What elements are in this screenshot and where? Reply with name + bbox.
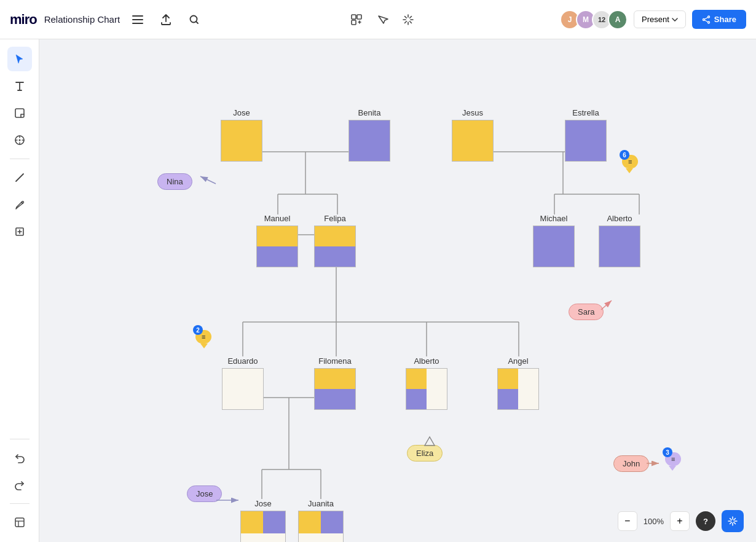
redo-button[interactable] <box>7 473 32 497</box>
sidebar-divider-1 <box>10 159 30 159</box>
zoom-in-button[interactable]: + <box>670 511 690 531</box>
undo-button[interactable] <box>7 446 32 470</box>
svg-rect-1 <box>132 19 143 20</box>
speech-bubble-6[interactable]: 6 ≡ <box>622 155 638 168</box>
speech-bubble-2[interactable]: 2 ≡ <box>195 330 211 344</box>
canvas[interactable]: Jose Benita Jesus Estrella <box>39 39 756 542</box>
person-jose3[interactable]: Jose <box>240 499 286 542</box>
person-box-alberto2 <box>406 368 447 410</box>
svg-rect-4 <box>352 15 356 19</box>
grid-tool-button[interactable] <box>345 8 368 31</box>
svg-point-8 <box>707 22 709 23</box>
person-box-manuel <box>256 226 298 267</box>
select-tool-button[interactable] <box>7 47 32 71</box>
menu-button[interactable] <box>127 9 148 30</box>
person-michael[interactable]: Michael <box>533 214 575 267</box>
sticky-note-tool-button[interactable] <box>7 101 32 125</box>
person-name-jose3: Jose <box>254 499 271 508</box>
svg-rect-14 <box>15 518 24 527</box>
header-center-tools <box>345 8 420 31</box>
person-name-eduardo: Eduardo <box>227 356 258 366</box>
person-alberto1[interactable]: Alberto <box>599 214 640 267</box>
text-tool-button[interactable] <box>7 74 32 98</box>
jose-bubble-label: Jose <box>187 485 222 502</box>
person-benita[interactable]: Benita <box>348 108 390 162</box>
bubble-icon-1: ≡ <box>628 158 632 165</box>
header-left: miro Relationship Chart <box>10 9 205 30</box>
share-label: Share <box>714 15 736 24</box>
person-box-estrella <box>565 120 607 162</box>
miro-logo: miro <box>10 12 37 28</box>
panel-tool-button[interactable] <box>7 510 32 535</box>
left-sidebar <box>0 39 39 542</box>
person-eduardo[interactable]: Eduardo <box>222 356 264 410</box>
pen-tool-button[interactable] <box>7 192 32 217</box>
person-angel[interactable]: Angel <box>497 356 539 410</box>
svg-rect-6 <box>352 20 356 25</box>
person-name-filomena: Filomena <box>318 356 351 366</box>
line-tool-button[interactable] <box>7 165 32 190</box>
bubble-count-3: 3 <box>663 447 672 457</box>
person-name-angel: Angel <box>508 356 528 366</box>
person-box-filomena <box>314 368 356 410</box>
present-label: Present <box>642 15 669 24</box>
avatar-group: J M 12 A <box>560 10 628 29</box>
zoom-out-button[interactable]: − <box>618 511 637 531</box>
template-tool-button[interactable] <box>7 128 32 152</box>
svg-rect-2 <box>132 23 143 24</box>
person-name-jesus: Jesus <box>462 108 483 117</box>
nina-label: Nina <box>157 173 192 190</box>
person-box-juanita <box>298 511 344 542</box>
person-manuel[interactable]: Manuel <box>256 214 298 267</box>
sidebar-divider-3 <box>10 503 30 504</box>
svg-rect-0 <box>132 15 143 17</box>
person-jesus[interactable]: Jesus <box>452 108 494 162</box>
person-alberto2[interactable]: Alberto <box>406 356 447 410</box>
person-name-jose1: Jose <box>233 108 250 117</box>
main: Jose Benita Jesus Estrella <box>0 39 756 542</box>
help-button[interactable]: ? <box>696 511 715 531</box>
avatar-3: A <box>608 10 628 29</box>
person-juanita[interactable]: Juanita <box>298 499 344 542</box>
person-name-alberto2: Alberto <box>414 356 439 366</box>
person-felipa[interactable]: Felipa <box>314 214 356 267</box>
zoom-level-display: 100% <box>644 517 664 526</box>
export-button[interactable] <box>156 9 176 30</box>
person-box-eduardo <box>222 368 264 410</box>
eliza-text: Eliza <box>416 449 433 458</box>
person-box-michael <box>533 226 575 267</box>
person-estrella[interactable]: Estrella <box>565 108 607 162</box>
bubble-count-6: 6 <box>620 150 629 160</box>
share-button[interactable]: Share <box>692 10 746 29</box>
svg-point-12 <box>18 139 20 141</box>
pointer-tool-button[interactable] <box>371 8 394 31</box>
jose-bubble-text: Jose <box>196 489 213 498</box>
person-name-benita: Benita <box>358 108 381 117</box>
present-button[interactable]: Present <box>634 10 686 28</box>
nina-arrow <box>194 170 219 189</box>
person-name-manuel: Manuel <box>264 214 291 223</box>
person-box-angel <box>497 368 539 410</box>
person-name-juanita: Juanita <box>308 499 334 508</box>
sparkle-tool-button[interactable] <box>396 8 420 31</box>
speech-bubble-3[interactable]: 3 ≡ <box>665 452 681 466</box>
svg-rect-5 <box>357 15 361 19</box>
nina-text: Nina <box>167 177 183 186</box>
shape-tool-button[interactable] <box>7 219 32 244</box>
john-label: John <box>613 455 649 472</box>
person-name-estrella: Estrella <box>572 108 599 117</box>
svg-marker-39 <box>425 437 435 446</box>
bottombar: − 100% + ? <box>618 510 744 532</box>
help-icon: ? <box>703 517 708 526</box>
person-jose1[interactable]: Jose <box>221 108 262 162</box>
assistant-button[interactable] <box>722 510 744 532</box>
search-button[interactable] <box>184 9 205 30</box>
svg-point-7 <box>707 16 709 18</box>
zoom-in-icon: + <box>677 516 682 527</box>
person-name-felipa: Felipa <box>324 214 345 223</box>
sara-label: Sara <box>569 304 604 320</box>
person-box-felipa <box>314 226 356 267</box>
person-box-jose1 <box>221 120 262 162</box>
person-filomena[interactable]: Filomena <box>314 356 356 410</box>
svg-rect-10 <box>15 109 24 117</box>
